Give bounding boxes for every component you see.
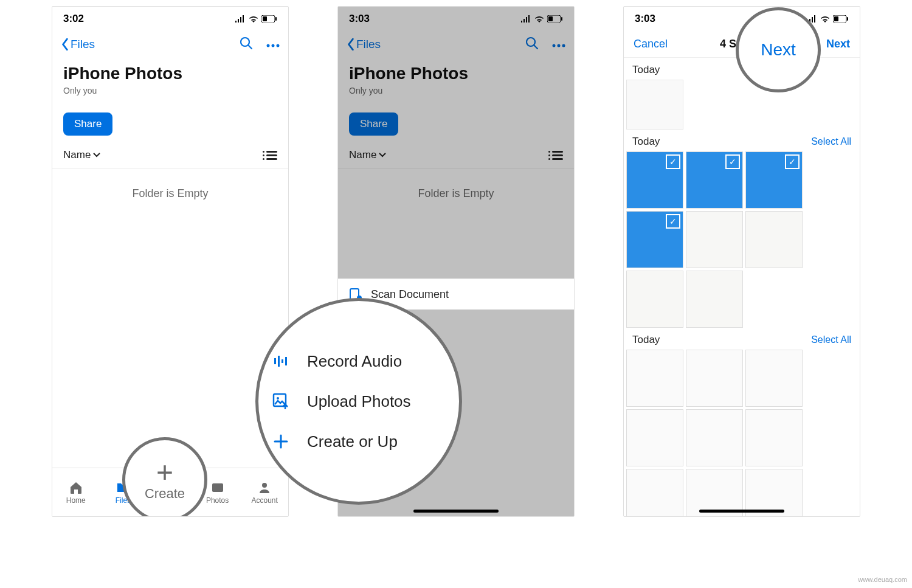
photo-thumb[interactable] <box>686 211 743 268</box>
sheet-label: Record Audio <box>307 352 402 371</box>
tab-account[interactable]: Account <box>241 468 288 516</box>
photo-grid <box>624 151 860 328</box>
highlight-upload-photos: Record Audio Upload Photos Create or Up <box>255 298 462 505</box>
sheet-upload-photos[interactable]: Upload Photos <box>258 381 459 421</box>
tab-home[interactable]: Home <box>52 468 100 516</box>
photo-grid <box>624 80 860 130</box>
svg-rect-25 <box>282 359 283 363</box>
screen-photo-picker: 3:03 Cancel 4 Selected Next Today Today … <box>623 6 860 517</box>
clock-time: 3:02 <box>63 13 84 25</box>
tab-label: Photos <box>206 496 229 505</box>
plus-icon <box>271 431 291 452</box>
section-title: Today <box>632 136 660 148</box>
status-icons <box>806 15 849 22</box>
search-icon[interactable] <box>240 36 253 52</box>
select-all-button[interactable]: Select All <box>811 334 851 345</box>
clock-time: 3:03 <box>635 13 655 25</box>
svg-rect-2 <box>275 17 277 21</box>
photo-thumb[interactable] <box>626 80 683 130</box>
select-all-button[interactable]: Select All <box>811 136 851 147</box>
page-title: iPhone Photos <box>63 64 277 83</box>
svg-rect-23 <box>274 358 276 364</box>
photo-thumb-selected[interactable] <box>745 151 803 209</box>
sheet-create-upload[interactable]: Create or Up <box>258 421 459 462</box>
photo-upload-icon <box>271 391 291 412</box>
tab-label: Account <box>251 496 277 505</box>
photo-thumb[interactable] <box>626 469 683 517</box>
photo-thumb[interactable] <box>686 271 743 328</box>
photo-grid <box>624 350 860 517</box>
sheet-label: Upload Photos <box>307 392 411 411</box>
plus-icon: + <box>156 458 173 487</box>
next-button[interactable]: Next <box>826 38 850 50</box>
highlight-next: Next <box>736 7 821 92</box>
back-label: Files <box>71 38 95 51</box>
svg-point-5 <box>267 44 270 47</box>
svg-point-6 <box>272 44 275 47</box>
status-icons <box>235 15 277 22</box>
sort-row: Name <box>52 136 288 169</box>
nav-bar: Files <box>52 31 288 58</box>
sort-label-text: Name <box>63 149 91 161</box>
photo-thumb-selected[interactable] <box>686 151 743 209</box>
svg-rect-22 <box>847 17 848 21</box>
photo-thumb[interactable] <box>626 271 683 328</box>
highlight-create: + Create <box>122 437 207 517</box>
svg-rect-8 <box>212 483 223 492</box>
back-button[interactable]: Files <box>61 38 95 51</box>
cancel-button[interactable]: Cancel <box>634 38 668 50</box>
folder-header: iPhone Photos Only you <box>52 58 288 104</box>
photo-thumb[interactable] <box>745 211 803 268</box>
photo-thumb[interactable] <box>686 409 743 466</box>
section-title: Today <box>632 64 660 76</box>
photo-thumb-selected[interactable] <box>626 211 683 268</box>
svg-rect-24 <box>278 356 280 367</box>
photo-thumb[interactable] <box>626 350 683 407</box>
photo-thumb[interactable] <box>745 409 803 466</box>
page-subtitle: Only you <box>63 86 277 95</box>
screen-files-empty: 3:02 Files iPhone Photos <box>52 6 289 517</box>
photo-thumb[interactable] <box>626 409 683 466</box>
photo-thumb[interactable] <box>745 350 803 407</box>
svg-point-9 <box>262 483 267 488</box>
svg-point-28 <box>277 397 279 399</box>
share-button[interactable]: Share <box>63 112 112 136</box>
audio-icon <box>271 351 291 372</box>
watermark: www.deuaq.com <box>858 576 907 583</box>
status-bar: 3:02 <box>52 7 288 31</box>
more-icon[interactable] <box>266 39 280 50</box>
sort-dropdown[interactable]: Name <box>63 149 100 161</box>
section-title: Today <box>632 334 660 346</box>
svg-point-7 <box>277 44 280 47</box>
view-toggle-icon[interactable] <box>266 151 277 160</box>
svg-rect-26 <box>285 357 287 365</box>
tab-label: Home <box>66 496 86 505</box>
photo-thumb[interactable] <box>686 350 743 407</box>
svg-rect-21 <box>834 16 838 21</box>
home-indicator <box>413 510 499 513</box>
create-label: Create <box>145 486 185 502</box>
sheet-label: Create or Up <box>307 432 398 451</box>
sheet-label: Scan Document <box>371 288 449 301</box>
section-header: Today Select All <box>624 328 860 350</box>
photo-thumb-selected[interactable] <box>626 151 683 209</box>
sheet-record-audio[interactable]: Record Audio <box>258 341 459 381</box>
empty-state: Folder is Empty <box>52 169 288 200</box>
next-label: Next <box>761 40 796 60</box>
section-header: Today Select All <box>624 130 860 151</box>
home-indicator <box>699 510 784 513</box>
svg-rect-1 <box>263 16 267 21</box>
svg-line-4 <box>248 45 252 49</box>
